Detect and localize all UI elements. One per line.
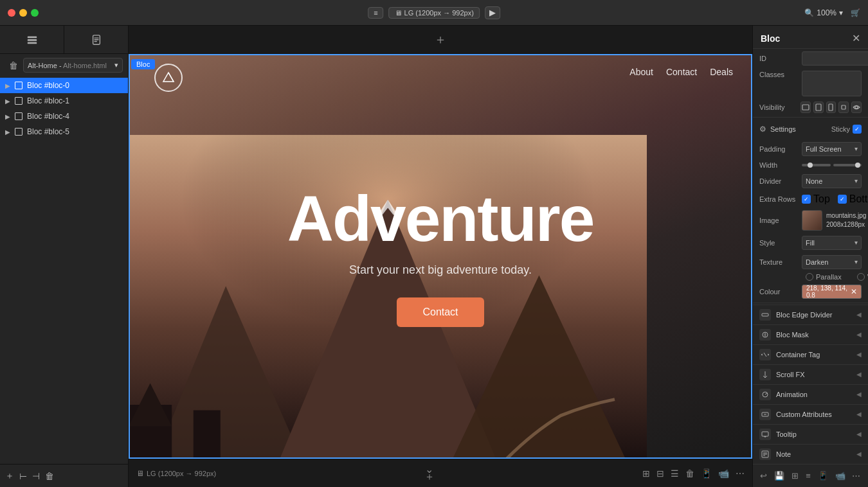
section-chevron-icon: ◀ xyxy=(856,351,862,358)
extra-rows-row: Extra Rows ✓ Top ✓ Bottom xyxy=(753,191,868,208)
visibility-label: Visibility xyxy=(759,103,798,111)
section-label: Animation xyxy=(776,391,851,398)
slider-track xyxy=(802,164,831,166)
style-select[interactable]: Fill ▾ xyxy=(802,236,862,250)
sidebar-delete-button[interactable]: 🗑 xyxy=(45,471,54,481)
zoom-control[interactable]: 🔍 100% ▾ xyxy=(804,8,843,17)
bottom-checkbox[interactable]: ✓ xyxy=(838,195,847,204)
sidebar-split-right-button[interactable]: ⊣ xyxy=(32,471,40,481)
visibility-mobile[interactable] xyxy=(826,102,836,113)
columns-icon[interactable]: ⊟ xyxy=(656,468,664,479)
bottom-label: Bottom xyxy=(849,193,868,205)
sticky-checkbox[interactable]: ✓ xyxy=(853,125,862,134)
viewport-bottom-text: LG (1200px → 992px) xyxy=(147,470,216,477)
video-option[interactable]: Video xyxy=(857,273,868,281)
visibility-eye[interactable] xyxy=(851,102,862,113)
id-input[interactable] xyxy=(802,51,868,66)
rows-icon[interactable]: ☰ xyxy=(671,468,679,479)
pages-tab[interactable] xyxy=(64,26,128,53)
nav-contact[interactable]: Contact xyxy=(666,67,697,77)
add-section-button[interactable]: ⌄ ＋ xyxy=(216,463,642,484)
settings-gear-icon: ⚙ xyxy=(759,125,766,134)
close-button[interactable] xyxy=(8,9,15,17)
image-filename: mountains.jpg xyxy=(826,211,866,220)
layer-item-bloc-4[interactable]: ▶ Bloc #bloc-4 xyxy=(0,109,128,124)
divider-select[interactable]: None ▾ xyxy=(802,174,862,188)
section-tooltip[interactable]: Tooltip ◀ xyxy=(753,424,868,444)
panel-close-button[interactable]: ✕ xyxy=(852,32,860,44)
cart-icon[interactable]: 🛒 xyxy=(851,8,860,17)
section-chevron-icon: ◀ xyxy=(856,311,862,318)
select-arrow-icon: ▾ xyxy=(854,258,858,265)
panel-grid-icon[interactable]: ⊞ xyxy=(791,471,799,481)
device-icon[interactable]: 📱 xyxy=(701,468,712,479)
section-chevron-icon: ◀ xyxy=(856,371,862,378)
settings-header[interactable]: ⚙ Settings Sticky ✓ xyxy=(753,121,868,137)
more-icon[interactable]: ⋯ xyxy=(736,468,745,479)
width-row: Width xyxy=(753,159,868,172)
panel-title: Bloc xyxy=(761,33,780,44)
hamburger-menu-button[interactable]: ≡ xyxy=(368,7,383,19)
visibility-tablet[interactable] xyxy=(813,102,824,113)
panel-device-icon[interactable]: 📱 xyxy=(818,471,828,481)
nav-deals[interactable]: Deals xyxy=(710,67,733,77)
visibility-desktop[interactable] xyxy=(800,102,811,113)
layer-label: Bloc #bloc-1 xyxy=(27,96,69,105)
layer-item-bloc-1[interactable]: ▶ Bloc #bloc-1 xyxy=(0,93,128,109)
layers-tab[interactable] xyxy=(0,26,64,53)
hero-text: Adventure Start your next big adventure … xyxy=(287,186,594,327)
panel-video-icon[interactable]: 📹 xyxy=(835,471,845,481)
section-animation[interactable]: Animation ◀ xyxy=(753,384,868,404)
section-bloc-mask[interactable]: Bloc Mask ◀ xyxy=(753,324,868,344)
panel-undo-icon[interactable]: ↩ xyxy=(760,471,767,481)
chevron-icon: ▶ xyxy=(5,82,10,89)
minimize-button[interactable] xyxy=(19,9,27,17)
section-bloc-edge-divider[interactable]: Bloc Edge Divider ◀ xyxy=(753,305,868,324)
preview-button[interactable]: ▶ xyxy=(485,6,500,19)
image-size: 2008x1288px xyxy=(826,220,866,229)
texture-select[interactable]: Darken ▾ xyxy=(802,255,862,269)
viewport-label: LG (1200px → 992px) xyxy=(404,9,474,17)
trash-icon[interactable]: 🗑 xyxy=(685,468,694,479)
layer-item-bloc-5[interactable]: ▶ Bloc #bloc-5 xyxy=(0,124,128,139)
width-slider[interactable] xyxy=(802,164,862,166)
visibility-small[interactable] xyxy=(838,102,849,113)
right-panel: Bloc ✕ ID Classes Visibility xyxy=(752,26,868,487)
grid-icon[interactable]: ⊞ xyxy=(642,468,650,479)
video-icon[interactable]: 📹 xyxy=(718,468,729,479)
colour-clear-button[interactable]: ✕ xyxy=(851,287,857,296)
panel-list-icon[interactable]: ≡ xyxy=(806,471,811,481)
panel-header: Bloc ✕ xyxy=(753,26,868,49)
colour-swatch[interactable]: 218, 138, 114, 0.8 ✕ xyxy=(802,285,862,299)
section-chevron-icon: ◀ xyxy=(856,411,862,418)
add-top-button[interactable]: ＋ xyxy=(434,31,447,48)
padding-select[interactable]: Full Screen ▾ xyxy=(802,142,862,156)
file-dropdown[interactable]: Alt-Home - Alt-home.html ▾ xyxy=(23,58,123,73)
classes-input[interactable] xyxy=(802,71,862,96)
panel-save-icon[interactable]: 💾 xyxy=(774,471,784,481)
app-title-area: ≡ 🖥 LG (1200px → 992px) ▶ xyxy=(368,6,500,19)
sidebar-split-left-button[interactable]: ⊢ xyxy=(19,471,27,481)
top-checkbox[interactable]: ✓ xyxy=(802,195,811,204)
hero-section: About Contact Deals Adventure xyxy=(129,54,752,459)
section-chevron-icon: ◀ xyxy=(856,391,862,398)
layer-item-bloc-0[interactable]: ▶ Bloc #bloc-0 xyxy=(0,78,128,93)
viewport-selector[interactable]: 🖥 LG (1200px → 992px) xyxy=(389,7,480,19)
section-scroll-fx[interactable]: Scroll FX ◀ xyxy=(753,364,868,384)
section-note[interactable]: Note ◀ xyxy=(753,444,868,464)
logo-circle xyxy=(154,64,183,92)
colour-value: 218, 138, 114, 0.8 xyxy=(806,285,851,299)
panel-more-icon[interactable]: ⋯ xyxy=(852,471,860,481)
slider-thumb-left xyxy=(808,163,813,168)
section-custom-attributes[interactable]: Custom Attributes ◀ xyxy=(753,404,868,424)
image-thumbnail[interactable] xyxy=(802,210,822,231)
parallax-option[interactable]: Parallax xyxy=(806,273,842,281)
divider-value: None xyxy=(806,177,822,185)
section-container-tag[interactable]: Container Tag ◀ xyxy=(753,344,868,364)
delete-file-button[interactable]: 🗑 xyxy=(9,60,18,71)
fullscreen-button[interactable] xyxy=(31,9,39,17)
nav-about[interactable]: About xyxy=(629,67,653,77)
add-bloc-button[interactable]: ＋ xyxy=(5,470,14,482)
hero-contact-button[interactable]: Contact xyxy=(397,297,484,327)
section-label: Tooltip xyxy=(776,430,851,438)
